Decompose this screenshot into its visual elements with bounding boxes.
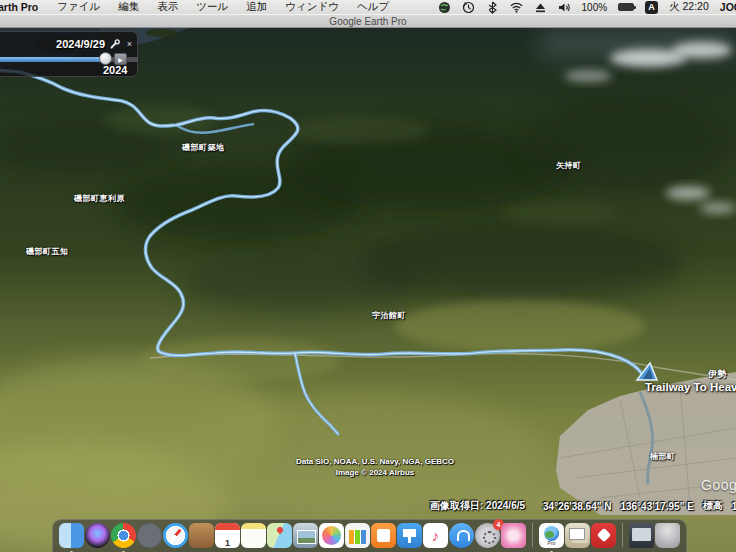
dock-finder-icon[interactable]: [59, 523, 84, 548]
dock-keynote-icon[interactable]: [397, 523, 422, 548]
dock-flower-photo-icon[interactable]: [501, 523, 526, 548]
time-step-button[interactable]: ▶: [114, 53, 127, 65]
dock-music-icon[interactable]: ♪: [423, 523, 448, 548]
dock-maps-icon[interactable]: [267, 523, 292, 548]
menu-add[interactable]: 追加: [237, 0, 276, 14]
dock-chrome-icon[interactable]: [111, 523, 136, 548]
menu-extra-globe-icon[interactable]: [438, 1, 451, 14]
dock-minimized-window[interactable]: [629, 523, 654, 548]
google-watermark: Google: [701, 477, 736, 493]
input-source-menu[interactable]: A: [645, 1, 658, 14]
pro-label: Pro: [548, 541, 556, 546]
globe-icon: [544, 526, 559, 541]
dock-trash-icon[interactable]: [655, 523, 680, 548]
map-attribution: Data SIO, NOAA, U.S. Navy, NGA, GEBCO Im…: [245, 456, 505, 478]
imagery-date: 画像取得日: 2024/6/5: [430, 499, 525, 513]
menu-right-edge-text[interactable]: JOG: [720, 1, 736, 13]
place-label: 楠部町: [650, 451, 676, 462]
dock-appstore-icon[interactable]: [449, 523, 474, 548]
elevation-value: 153 m: [732, 501, 736, 512]
place-label: 磯部町五知: [26, 246, 69, 257]
window-title-bar[interactable]: Google Earth Pro: [0, 14, 736, 28]
window-title: Google Earth Pro: [329, 16, 406, 27]
dock-notes-icon[interactable]: [241, 523, 266, 548]
dock-red-app-icon[interactable]: [591, 523, 616, 548]
dock-separator: [532, 523, 533, 547]
place-label: 磯部町恵利原: [74, 193, 125, 204]
dock-numbers-icon[interactable]: [345, 523, 370, 548]
battery-icon[interactable]: [618, 3, 634, 11]
dock-launchpad-icon[interactable]: [137, 523, 162, 548]
menu-help[interactable]: ヘルプ: [348, 0, 398, 14]
map-status-bar: 画像取得日: 2024/6/5 34°26'38.64" N 136°43'17…: [430, 499, 736, 513]
dock-photos-icon[interactable]: [319, 523, 344, 548]
attribution-line2: Image © 2024 Airbus: [245, 467, 505, 478]
dock-separator: [622, 523, 623, 547]
menu-tools[interactable]: ツール: [187, 0, 237, 14]
bluetooth-icon[interactable]: [486, 1, 499, 14]
attribution-line1: Data SIO, NOAA, U.S. Navy, NGA, GEBCO: [245, 456, 505, 467]
latitude-readout: 34°26'38.64" N: [543, 501, 611, 512]
place-label: 磯部町築地: [182, 142, 225, 153]
dock-preview-icon[interactable]: [293, 523, 318, 548]
placemark-label[interactable]: Trailway To Heav: [645, 381, 736, 393]
dock-safari-icon[interactable]: [163, 523, 188, 548]
dock-contacts-icon[interactable]: [189, 523, 214, 548]
longitude-readout: 136°43'17.95" E: [620, 501, 693, 512]
volume-icon[interactable]: [558, 1, 571, 14]
menu-status-icons: 100% A 火 22:20 JOG: [438, 0, 736, 14]
dock: 1 ♪ 4 Pro: [52, 519, 687, 552]
music-note-glyph: ♪: [432, 527, 440, 544]
close-icon[interactable]: ×: [127, 40, 132, 49]
time-machine-icon[interactable]: [462, 1, 475, 14]
menu-edit[interactable]: 編集: [109, 0, 148, 14]
wrench-icon[interactable]: [110, 35, 120, 53]
dock-screenshots-icon[interactable]: [565, 523, 590, 548]
menu-app-name[interactable]: Earth Pro: [0, 1, 48, 13]
time-slider-date: 2024/9/29: [56, 38, 105, 50]
menu-bar: Earth Pro ファイル 編集 表示 ツール 追加 ウィンドウ ヘルプ: [0, 0, 736, 14]
elevation-label: 標高: [703, 499, 723, 513]
place-label: 矢持町: [556, 160, 582, 171]
dock-settings-icon[interactable]: 4: [475, 523, 500, 548]
place-label: 伊勢: [708, 368, 727, 381]
time-slider-handle[interactable]: [99, 52, 112, 65]
screen: Earth Pro ファイル 編集 表示 ツール 追加 ウィンドウ ヘルプ: [0, 0, 736, 552]
calendar-day: 1: [225, 538, 230, 548]
time-slider-panel: × 2024/9/29 ▶ 2024: [0, 31, 138, 77]
time-slider-year: 2024: [103, 64, 127, 76]
menu-clock[interactable]: 火 22:20: [669, 0, 709, 14]
wifi-icon[interactable]: [510, 1, 523, 14]
dock-siri-icon[interactable]: [85, 523, 110, 548]
place-label: 宇治館町: [372, 310, 406, 321]
dock-calendar-icon[interactable]: 1: [215, 523, 240, 548]
dock-books-icon[interactable]: [371, 523, 396, 548]
map-viewport[interactable]: 磯部町築地 矢持町 磯部町恵利原 磯部町五知 宇治館町 楠部町 伊勢 Trail…: [0, 28, 736, 552]
menu-view[interactable]: 表示: [148, 0, 187, 14]
eject-icon[interactable]: [534, 1, 547, 14]
menu-file[interactable]: ファイル: [48, 0, 109, 14]
menu-window[interactable]: ウィンドウ: [276, 0, 348, 14]
battery-percent: 100%: [582, 2, 608, 13]
dock-google-earth-pro-icon[interactable]: Pro: [539, 523, 564, 548]
